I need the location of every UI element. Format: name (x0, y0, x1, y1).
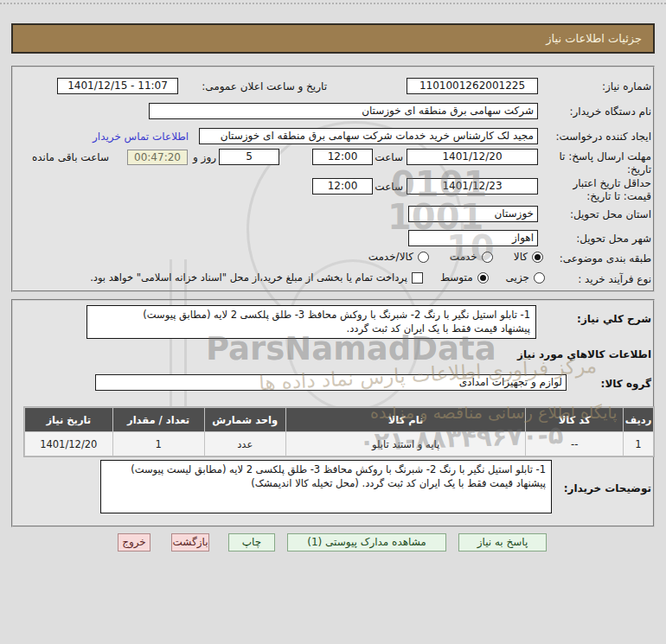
subject-class-options: کالا خدمت کالا/خدمت (368, 251, 543, 263)
announce-datetime-label: تاریخ و ساعت اعلان عمومی: (202, 80, 327, 92)
treasury-payment-label: پرداخت تمام یا بخشی از مبلغ خرید،از محل … (90, 271, 407, 284)
validity-time-input[interactable]: 12:00 (312, 178, 373, 194)
page-title: جزئیات اطلاعات نیاز (11, 23, 655, 54)
need-number-label: شماره نیاز: (602, 80, 651, 92)
request-creator-label: ایجاد کننده درخواست: (555, 131, 651, 143)
process-option-minor[interactable]: جزیی (506, 271, 545, 284)
top-dotted-divider (0, 3, 666, 4)
radio-unselected-icon[interactable] (482, 252, 493, 263)
col-need-date: تاریخ نیاز (25, 408, 112, 431)
process-type-options: جزیی متوسط پرداخت تمام یا بخشی از مبلغ خ… (90, 271, 545, 284)
radio-selected-icon[interactable] (477, 272, 489, 284)
general-desc-label: شرح کلي نیاز: (577, 313, 651, 325)
buyer-contact-link[interactable]: اطلاعات تماس خریدار (93, 131, 189, 143)
cell-count-unit: عدد (205, 432, 285, 456)
col-quantity: تعداد / مقدار (113, 408, 204, 431)
subject-option-goods[interactable]: کالا (514, 251, 543, 263)
city-input[interactable]: اهواز (408, 230, 538, 246)
province-label: استان محل تحویل: (570, 208, 651, 220)
cell-row-number: 1 (624, 432, 653, 456)
goods-table: ردیف کد کالا نام کالا واحد شمارش تعداد /… (23, 406, 655, 457)
subject-option-service[interactable]: خدمت (450, 251, 493, 263)
col-count-unit: واحد شمارش (205, 408, 285, 431)
exit-button[interactable]: خروج (118, 533, 150, 552)
validity-hour-label: ساعت (375, 181, 403, 193)
col-goods-code: کد کالا (526, 408, 623, 431)
need-number-input[interactable]: 1101001262001225 (407, 78, 538, 94)
subject-option-goods-service[interactable]: کالا/خدمت (368, 251, 429, 263)
radio-selected-icon[interactable] (532, 252, 543, 263)
cell-quantity: 1 (113, 432, 204, 456)
goods-section-title: اطلاعات کالاهاي مورد نیاز (517, 348, 651, 360)
general-desc-box[interactable]: 1- تابلو استیل نگیر با رنگ 2- شبرنگ با ر… (86, 305, 536, 339)
cell-goods-name: پایه و استند تابلو (286, 432, 525, 456)
process-type-label: نوع فرآیند خرید : (578, 273, 651, 285)
need-details-page: جزئیات اطلاعات نیاز شماره نیاز: 11010012… (0, 0, 666, 644)
buyer-org-input[interactable]: شرکت سهامی برق منطقه ای خوزستان (149, 103, 538, 119)
price-validity-label: حداقل تاریخ اعتبار قیمت: تا تاریخ: (549, 177, 651, 203)
days-and-label: روز و (193, 151, 216, 163)
checkbox-unchecked-icon[interactable] (412, 272, 423, 284)
deadline-time-input[interactable]: 12:00 (312, 149, 373, 165)
buyer-org-label: نام دستگاه خریدار: (570, 105, 652, 118)
deadline-date-input[interactable]: 1401/12/20 (407, 149, 538, 165)
process-option-medium-label: متوسط (440, 271, 473, 284)
goods-group-input[interactable]: لوازم و تجهیزات امدادی (95, 374, 567, 391)
general-desc-line2: پیشنهاد قیمت فقط با یک ایران کد ثبت گردد… (93, 322, 530, 335)
radio-unselected-icon[interactable] (534, 272, 545, 284)
deadline-days-input[interactable]: 5 (219, 149, 279, 165)
radio-unselected-icon[interactable] (418, 252, 429, 263)
back-button[interactable]: بازگشت (171, 533, 209, 552)
col-row-number: ردیف (624, 408, 653, 431)
subject-option-goods-label: کالا (514, 251, 528, 263)
respond-to-need-button[interactable]: پاسخ به نیاز (458, 533, 547, 552)
goods-group-label: گروه کالا: (601, 378, 651, 390)
process-option-minor-label: جزیی (506, 271, 529, 284)
col-goods-name: نام کالا (286, 408, 525, 431)
view-attached-docs-button[interactable]: مشاهده مدارک پیوستی (1) (287, 533, 446, 552)
process-option-medium[interactable]: متوسط (440, 271, 489, 284)
buyer-notes-line1: 1- تابلو استیل نگیر با رنگ 2- شبرنگ با ر… (106, 462, 546, 476)
province-input[interactable]: خوزستان (408, 206, 538, 222)
countdown-timer: 00:47:20 (127, 150, 188, 165)
validity-date-input[interactable]: 1401/12/23 (407, 178, 538, 194)
goods-table-row: 1 -- پایه و استند تابلو عدد 1 1401/12/20 (25, 432, 653, 456)
goods-table-header-row: ردیف کد کالا نام کالا واحد شمارش تعداد /… (25, 408, 653, 431)
buyer-notes-line2: پیشنهاد قیمت فقط با یک ایران کد ثبت گردد… (106, 476, 546, 490)
subject-class-label: طبقه بندی موضوعی: (560, 252, 651, 265)
buyer-notes-box[interactable]: 1- تابلو استیل نگیر با رنگ 2- شبرنگ با ر… (100, 460, 552, 513)
buyer-notes-label: توضیحات خریدار: (564, 482, 651, 494)
cell-goods-code: -- (526, 432, 623, 456)
city-label: شهر محل تحویل: (576, 233, 651, 245)
announce-datetime-input[interactable]: 1401/12/15 - 11:07 (57, 78, 178, 94)
cell-need-date: 1401/12/20 (25, 432, 112, 456)
print-button[interactable]: چاپ (228, 533, 275, 552)
time-remaining-label: ساعت باقی مانده (32, 151, 109, 163)
general-desc-line1: 1- تابلو استیل نگیر با رنگ 2- شبرنگ با ر… (93, 308, 530, 322)
subject-option-goods-service-label: کالا/خدمت (368, 251, 413, 263)
deadline-hour-label: ساعت (375, 151, 403, 163)
request-creator-input[interactable]: مجید لک کارشناس خرید خدمات شرکت سهامی بر… (199, 128, 538, 144)
deadline-label: مهلت ارسال پاسخ: تا تاریخ: (554, 150, 651, 176)
treasury-payment-option[interactable]: پرداخت تمام یا بخشی از مبلغ خرید،از محل … (90, 271, 423, 284)
subject-option-service-label: خدمت (450, 251, 477, 263)
